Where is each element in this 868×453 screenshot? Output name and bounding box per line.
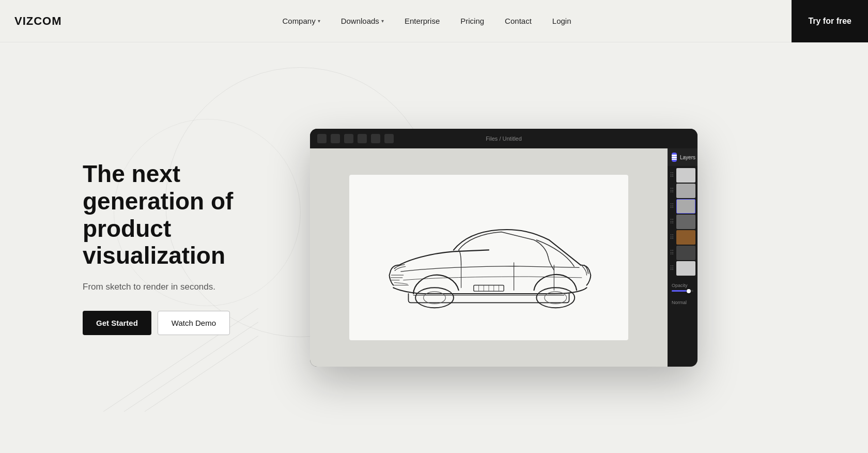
- tool-grid-icon[interactable]: [384, 134, 394, 143]
- tool-arrow-icon[interactable]: [344, 134, 353, 143]
- layer-dots-icon: ⠿: [670, 203, 674, 210]
- car-sketch-svg: [363, 183, 614, 332]
- get-started-button[interactable]: Get Started: [83, 311, 151, 335]
- layer-thumb-row: ⠿: [670, 246, 695, 260]
- canvas-area[interactable]: [310, 148, 668, 367]
- layer-dots-icon: ⠿: [670, 265, 674, 272]
- layer-dots-icon: ⠿: [670, 234, 674, 241]
- layer-thumbnail[interactable]: [676, 215, 695, 229]
- layer-thumbnails: ⠿ ⠿ ⠿ ⠿: [668, 166, 698, 278]
- layer-dots-icon: ⠿: [670, 187, 674, 194]
- hero-buttons: Get Started Watch Demo: [83, 311, 289, 335]
- navbar: VIZCOM Company ▾ Downloads ▾ Enterprise …: [0, 0, 868, 42]
- layers-label: Layers: [680, 155, 695, 160]
- chevron-down-icon: ▾: [318, 18, 320, 24]
- tool-fill-icon[interactable]: [331, 134, 340, 143]
- layers-icon: [672, 153, 677, 162]
- layer-thumb-row: ⠿: [670, 230, 695, 245]
- opacity-label: Opacity: [672, 283, 693, 288]
- opacity-slider[interactable]: [672, 290, 693, 292]
- layer-dots-icon: ⠿: [670, 249, 674, 256]
- layer-thumb-row: ⠿: [670, 184, 695, 198]
- layer-thumb-row: ⠿: [670, 215, 695, 229]
- svg-rect-13: [672, 155, 677, 156]
- svg-rect-14: [672, 157, 677, 158]
- nav-downloads[interactable]: Downloads ▾: [331, 17, 394, 25]
- app-titlebar: Files / Untitled: [310, 129, 698, 148]
- layer-thumbnail[interactable]: [676, 184, 695, 198]
- layer-thumb-row: ⠿: [670, 199, 695, 214]
- nav-enterprise[interactable]: Enterprise: [394, 17, 450, 25]
- opacity-fill: [672, 290, 687, 292]
- tool-shape-icon[interactable]: [371, 134, 380, 143]
- titlebar-tools: [317, 134, 394, 143]
- nav-pricing[interactable]: Pricing: [450, 17, 494, 25]
- tool-rect-icon[interactable]: [358, 134, 367, 143]
- layer-dots-icon: ⠿: [670, 172, 674, 179]
- hero-subtitle: From sketch to render in seconds.: [83, 282, 289, 292]
- svg-rect-15: [672, 159, 677, 160]
- chevron-down-icon: ▾: [381, 18, 384, 24]
- layer-thumb-row: ⠿: [670, 261, 695, 276]
- layer-thumbnail[interactable]: [676, 246, 695, 260]
- hero-section: The next generation of product visualiza…: [0, 0, 868, 453]
- tool-pen-icon[interactable]: [317, 134, 327, 143]
- opacity-handle[interactable]: [687, 289, 691, 293]
- watch-demo-button[interactable]: Watch Demo: [158, 311, 230, 335]
- hero-title: The next generation of product visualiza…: [83, 160, 289, 270]
- blend-section: Normal: [668, 297, 698, 310]
- nav-links: Company ▾ Downloads ▾ Enterprise Pricing…: [272, 17, 581, 25]
- try-for-free-button[interactable]: Try for free: [792, 0, 868, 42]
- layer-dots-icon: ⠿: [670, 218, 674, 225]
- blend-label: Normal: [672, 300, 693, 305]
- hero-right: Files / Untitled: [310, 129, 868, 367]
- drawing-canvas[interactable]: [349, 175, 628, 340]
- app-window: Files / Untitled: [310, 129, 698, 367]
- app-body: Layers ⠿ ⠿ ⠿: [310, 148, 698, 367]
- layer-thumb-row: ⠿: [670, 168, 695, 183]
- logo[interactable]: VIZCOM: [14, 14, 62, 28]
- layer-thumbnail[interactable]: [676, 230, 695, 245]
- hero-left: The next generation of product visualiza…: [0, 160, 289, 336]
- filename-label: Files / Untitled: [486, 135, 522, 142]
- svg-point-3: [415, 288, 454, 308]
- nav-login[interactable]: Login: [542, 17, 582, 25]
- layers-header: Layers: [668, 148, 698, 166]
- opacity-section: Opacity: [668, 280, 698, 295]
- layer-thumbnail active[interactable]: [676, 199, 695, 214]
- layer-thumbnail[interactable]: [676, 261, 695, 276]
- layer-thumbnail[interactable]: [676, 168, 695, 183]
- nav-company[interactable]: Company ▾: [272, 17, 330, 25]
- nav-contact[interactable]: Contact: [494, 17, 542, 25]
- layers-panel: Layers ⠿ ⠿ ⠿: [668, 148, 698, 367]
